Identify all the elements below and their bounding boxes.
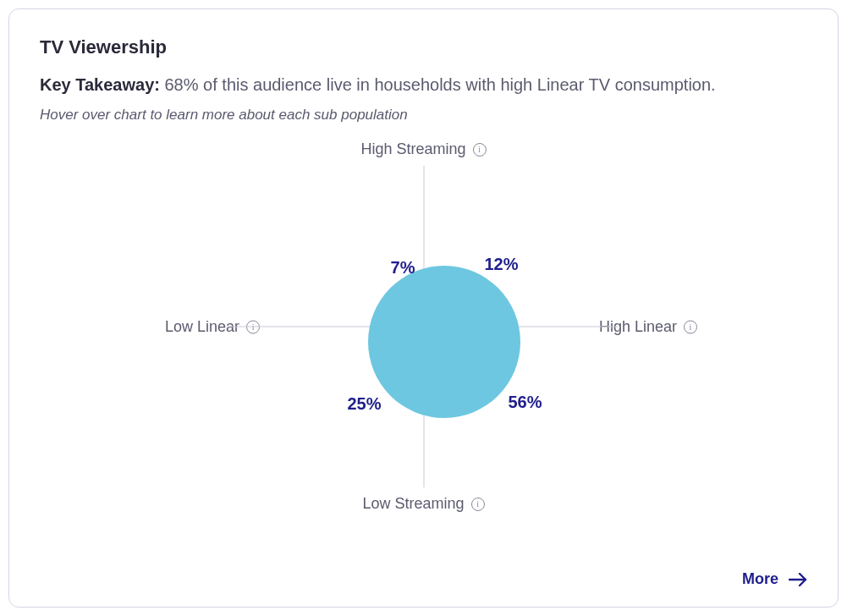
info-icon[interactable] (471, 498, 485, 511)
axis-bottom-text: Low Streaming (362, 495, 464, 513)
info-icon[interactable] (473, 143, 487, 157)
axis-top-text: High Streaming (360, 140, 465, 158)
takeaway-text: 68% of this audience live in households … (165, 75, 716, 94)
card-title: TV Viewership (40, 36, 807, 58)
axis-label-top: High Streaming (360, 140, 486, 158)
info-icon[interactable] (684, 320, 697, 333)
population-bubble[interactable] (368, 266, 520, 418)
takeaway-label: Key Takeaway: (40, 75, 160, 94)
more-label: More (742, 570, 778, 588)
hover-hint: Hover over chart to learn more about eac… (40, 107, 807, 124)
pct-bottom-right: 56% (509, 393, 542, 412)
arrow-right-icon (789, 573, 807, 586)
pct-bottom-left: 25% (347, 394, 381, 414)
key-takeaway: Key Takeaway: 68% of this audience live … (40, 72, 807, 98)
quadrant-chart[interactable]: High Streaming Low Streaming Low Linear … (40, 140, 807, 513)
tv-viewership-card: TV Viewership Key Takeaway: 68% of this … (8, 8, 839, 608)
pct-top-right: 12% (485, 255, 519, 274)
axis-label-bottom: Low Streaming (362, 495, 484, 513)
pct-top-left: 7% (391, 258, 415, 278)
more-link[interactable]: More (742, 570, 807, 588)
axes-cross: 7% 12% 25% 56% (229, 166, 619, 487)
